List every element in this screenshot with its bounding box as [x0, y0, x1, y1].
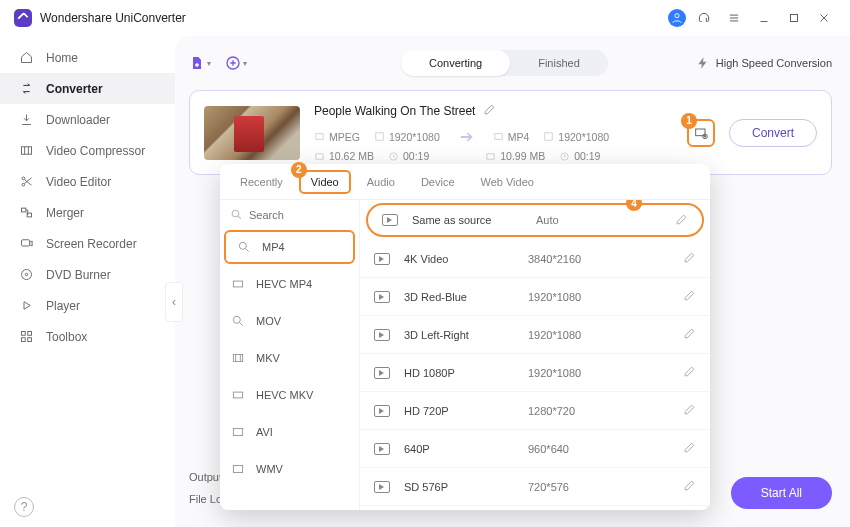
output-settings-button[interactable]: 1 [687, 119, 715, 147]
chevron-down-icon: ▾ [207, 59, 211, 68]
format-item-hevcmp4[interactable]: HEVC MP4 [220, 265, 359, 302]
close-icon[interactable] [812, 6, 836, 30]
preset-name: Same as source [412, 214, 522, 226]
preset-row[interactable]: 3D Left-Right1920*1080 [360, 316, 710, 354]
edit-preset-icon[interactable] [683, 251, 696, 266]
format-label: MP4 [262, 241, 285, 253]
svg-point-3 [22, 183, 25, 186]
format-item-mp4[interactable]: 3 MP4 [224, 230, 355, 264]
sidebar-item-label: Converter [46, 82, 103, 96]
preset-name: HD 720P [404, 405, 514, 417]
high-speed-label: High Speed Conversion [716, 57, 832, 69]
film-icon [230, 350, 246, 366]
edit-preset-icon[interactable] [683, 403, 696, 418]
svg-point-0 [675, 14, 679, 18]
dest-meta: MP4 1920*1080 [493, 131, 609, 143]
sidebar-item-editor[interactable]: Video Editor [0, 166, 175, 197]
sidebar-item-home[interactable]: Home [0, 42, 175, 73]
task-card: People Walking On The Street MPEG 1920*1… [189, 90, 832, 175]
edit-preset-icon[interactable] [675, 213, 688, 228]
svg-rect-30 [233, 465, 242, 472]
sidebar-item-downloader[interactable]: Downloader [0, 104, 175, 135]
sidebar-item-label: Toolbox [46, 330, 87, 344]
format-search-input[interactable] [249, 209, 339, 221]
sidebar-item-merger[interactable]: Merger [0, 197, 175, 228]
preset-row[interactable]: 4K Video3840*2160 [360, 240, 710, 278]
preset-row[interactable]: 640P960*640 [360, 430, 710, 468]
format-item-mkv[interactable]: MKV [220, 339, 359, 376]
high-speed-toggle[interactable]: High Speed Conversion [696, 56, 832, 70]
seg-converting[interactable]: Converting [401, 50, 510, 76]
preset-name: HD 1080P [404, 367, 514, 379]
edit-title-icon[interactable] [483, 103, 496, 119]
preset-name: SD 576P [404, 481, 514, 493]
preset-same-as-source[interactable]: Same as source Auto 4 [366, 203, 704, 237]
format-item-mov[interactable]: MOV [220, 302, 359, 339]
help-button[interactable]: ? [14, 497, 34, 517]
svg-rect-2 [21, 147, 31, 155]
svg-point-26 [233, 316, 240, 323]
collapse-sidebar-handle[interactable]: ‹ [165, 282, 183, 322]
search-small-icon [230, 313, 246, 329]
edit-preset-icon[interactable] [683, 327, 696, 342]
seg-finished[interactable]: Finished [510, 50, 608, 76]
minimize-icon[interactable] [752, 6, 776, 30]
sidebar-item-toolbox[interactable]: Toolbox [0, 321, 175, 352]
preset-row[interactable]: 3D Red-Blue1920*1080 [360, 278, 710, 316]
svg-rect-25 [233, 281, 242, 287]
user-avatar-icon[interactable] [668, 9, 686, 27]
hamburger-menu-icon[interactable] [722, 6, 746, 30]
preset-row[interactable]: HD 1080P1920*1080 [360, 354, 710, 392]
add-file-button[interactable]: ▾ [189, 52, 211, 74]
tab-video[interactable]: Video 2 [299, 170, 351, 194]
sidebar-item-converter[interactable]: Converter [0, 73, 175, 104]
search-icon [230, 208, 243, 221]
sidebar-item-label: Home [46, 51, 78, 65]
video-preset-icon [374, 405, 390, 417]
edit-preset-icon[interactable] [683, 441, 696, 456]
svg-point-9 [25, 273, 28, 276]
sidebar-item-recorder[interactable]: Screen Recorder [0, 228, 175, 259]
svg-rect-29 [233, 428, 242, 435]
sidebar-item-dvd[interactable]: DVD Burner [0, 259, 175, 290]
source-meta: MPEG 1920*1080 [314, 131, 440, 143]
svg-rect-28 [233, 392, 242, 398]
app-logo [14, 9, 32, 27]
video-preset-icon [374, 291, 390, 303]
format-item-avi[interactable]: AVI [220, 413, 359, 450]
src-size: 10.62 MB [329, 150, 374, 162]
search-small-icon [236, 239, 252, 255]
preset-row[interactable]: HD 720P1280*720 [360, 392, 710, 430]
tab-audio[interactable]: Audio [357, 170, 405, 194]
tab-device[interactable]: Device [411, 170, 465, 194]
preset-name: 3D Left-Right [404, 329, 514, 341]
edit-preset-icon[interactable] [683, 479, 696, 494]
add-url-button[interactable]: ▾ [225, 52, 247, 74]
sidebar-item-compressor[interactable]: Video Compressor [0, 135, 175, 166]
video-thumbnail[interactable] [204, 106, 300, 160]
convert-button[interactable]: Convert [729, 119, 817, 147]
app-title: Wondershare UniConverter [40, 11, 186, 25]
svg-rect-27 [233, 354, 242, 361]
format-label: MOV [256, 315, 281, 327]
edit-preset-icon[interactable] [683, 289, 696, 304]
format-item-wmv[interactable]: WMV [220, 450, 359, 487]
preset-row[interactable]: SD 576P720*576 [360, 468, 710, 506]
svg-rect-13 [27, 338, 31, 342]
tab-webvideo[interactable]: Web Video [471, 170, 544, 194]
support-icon[interactable] [692, 6, 716, 30]
sidebar-item-label: Video Compressor [46, 144, 145, 158]
preset-res: 1280*720 [528, 405, 669, 417]
tab-recently[interactable]: Recently [230, 170, 293, 194]
format-label: WMV [256, 463, 283, 475]
format-item-hevcmkv[interactable]: HEVC MKV [220, 376, 359, 413]
maximize-icon[interactable] [782, 6, 806, 30]
format-label: AVI [256, 426, 273, 438]
svg-rect-18 [545, 133, 552, 140]
start-all-button[interactable]: Start All [731, 477, 832, 509]
edit-preset-icon[interactable] [683, 365, 696, 380]
preset-name: 640P [404, 443, 514, 455]
svg-point-23 [232, 210, 239, 217]
callout-badge-1: 1 [681, 113, 697, 129]
sidebar-item-player[interactable]: Player [0, 290, 175, 321]
